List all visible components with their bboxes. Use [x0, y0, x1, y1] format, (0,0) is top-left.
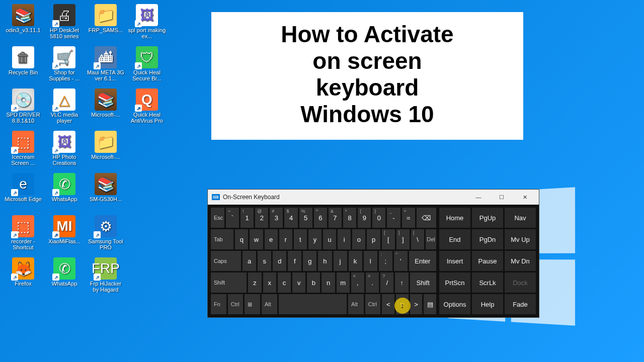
key-w[interactable]: w — [250, 229, 263, 249]
key-∨[interactable]: ∨ — [396, 294, 409, 314]
desktop-icon[interactable]: 📚odin3_v3.11.1 — [3, 2, 43, 43]
key-▤[interactable]: ▤ — [424, 294, 436, 314]
key-7[interactable]: &7 — [329, 208, 342, 228]
key-pause[interactable]: Pause — [472, 251, 503, 271]
key-;[interactable]: :; — [379, 251, 392, 271]
key-p[interactable]: p — [367, 229, 380, 249]
key-scrlk[interactable]: ScrLk — [472, 273, 503, 293]
key-ctrl[interactable]: Ctrl — [365, 294, 381, 314]
key-insert[interactable]: Insert — [439, 251, 470, 271]
key-n[interactable]: n — [321, 273, 335, 293]
desktop-icon[interactable]: QQuick Heal AntiVirus Pro — [127, 86, 167, 128]
key-4[interactable]: $4 — [284, 208, 297, 228]
desktop-icon[interactable]: 🦊Firefox — [3, 255, 43, 297]
key-5[interactable]: %5 — [299, 208, 312, 228]
key-home[interactable]: Home — [439, 208, 470, 228]
desktop-icon[interactable]: 📚Microsoft-... — [86, 86, 126, 128]
key-0[interactable]: )0 — [372, 208, 385, 228]
desktop-icon[interactable]: 📁FRP_SAMS... — [86, 2, 126, 43]
key-⊞[interactable]: ⊞ — [245, 294, 260, 314]
key-nav[interactable]: Nav — [505, 208, 536, 228]
key-mv-dn[interactable]: Mv Dn — [505, 251, 536, 271]
key-del[interactable]: Del — [426, 229, 436, 249]
key-v[interactable]: v — [292, 273, 305, 293]
desktop-icon[interactable]: 🖼spl port making ex... — [127, 2, 167, 43]
key-shift[interactable]: Shift — [211, 273, 247, 293]
key-end[interactable]: End — [439, 229, 470, 249]
key-6[interactable]: ^6 — [314, 208, 327, 228]
key-'[interactable]: "' — [394, 251, 408, 271]
minimize-button[interactable]: — — [468, 190, 489, 205]
key-esc[interactable]: Esc — [211, 208, 224, 228]
key-3[interactable]: #3 — [270, 208, 283, 228]
key-options[interactable]: Options — [439, 294, 470, 314]
key-l[interactable]: l — [364, 251, 377, 271]
key-o[interactable]: o — [352, 229, 365, 249]
key-x[interactable]: x — [263, 273, 276, 293]
key-fade[interactable]: Fade — [505, 294, 536, 314]
key->[interactable]: > — [410, 294, 423, 314]
key-=[interactable]: += — [402, 208, 415, 228]
desktop-icon[interactable]: 🏙Maui META 3G ver 6.1... — [86, 44, 126, 85]
desktop-icon[interactable]: eMicrosoft Edge — [3, 171, 43, 212]
key-9[interactable]: (9 — [358, 208, 371, 228]
key-z[interactable]: z — [248, 273, 261, 293]
desktop-icon[interactable]: 📚SM-G530H... — [86, 171, 126, 212]
key-a[interactable]: a — [243, 251, 256, 271]
key-k[interactable]: k — [349, 251, 362, 271]
key-\[interactable]: |\ — [411, 229, 424, 249]
desktop-icon[interactable]: 🛡Quick Heal Secure Br... — [127, 44, 167, 85]
key-r[interactable]: r — [279, 229, 292, 249]
key-fn[interactable]: Fn — [211, 294, 226, 314]
key-[[interactable]: {[ — [382, 229, 395, 249]
key-d[interactable]: d — [273, 251, 286, 271]
key-`[interactable]: ~` — [226, 208, 239, 228]
key-dock[interactable]: Dock — [505, 273, 536, 293]
key--[interactable]: _- — [387, 208, 400, 228]
desktop-icon[interactable]: △VLC media player — [44, 86, 85, 128]
key-t[interactable]: t — [294, 229, 307, 249]
key-help[interactable]: Help — [472, 294, 503, 314]
key-e[interactable]: e — [265, 229, 278, 249]
key-/[interactable]: ?/ — [380, 273, 393, 293]
desktop-icon[interactable]: ⬚recorder - Shortcut — [3, 213, 43, 254]
maximize-button[interactable]: ☐ — [492, 190, 512, 205]
key-shift[interactable]: Shift — [410, 273, 436, 293]
key-↑[interactable]: ↑ — [395, 273, 408, 293]
key-<[interactable]: < — [382, 294, 394, 314]
key-m[interactable]: m — [337, 273, 350, 293]
key-i[interactable]: i — [338, 229, 351, 249]
key-q[interactable]: q — [235, 229, 248, 249]
key-mv-up[interactable]: Mv Up — [505, 229, 536, 249]
key-,[interactable]: <, — [351, 273, 364, 293]
key-s[interactable]: s — [258, 251, 271, 271]
key-g[interactable]: g — [303, 251, 316, 271]
key-8[interactable]: *8 — [343, 208, 356, 228]
key-u[interactable]: u — [323, 229, 336, 249]
desktop-icon[interactable]: 🖼HP Photo Creations — [44, 129, 85, 170]
key-tab[interactable]: Tab — [211, 229, 233, 249]
desktop-icon[interactable]: MIXiaoMiFlas... — [44, 213, 85, 254]
key-][interactable]: }] — [396, 229, 410, 249]
key-2[interactable]: @2 — [255, 208, 268, 228]
close-button[interactable]: ✕ — [515, 190, 535, 205]
key-h[interactable]: h — [318, 251, 332, 271]
desktop-icon[interactable]: 💿SPD DRIVER 8.8.1&10 — [3, 86, 43, 128]
key-⌫[interactable]: ⌫ — [417, 208, 436, 228]
desktop-icon[interactable]: 🛒Shop for Supplies - ... — [44, 44, 85, 85]
desktop-icon[interactable]: ⚙Samsung Tool PRO — [86, 213, 126, 254]
osk-titlebar[interactable]: ⌨ On-Screen Keyboard — ☐ ✕ — [208, 190, 539, 205]
desktop-icon[interactable]: ⬚Icecream Screen ... — [3, 129, 43, 170]
key-c[interactable]: c — [278, 273, 291, 293]
key-enter[interactable]: Enter — [409, 251, 436, 271]
key-1[interactable]: !1 — [240, 208, 254, 228]
desktop-icon[interactable]: ✆WhatsApp — [44, 255, 85, 297]
desktop-icon[interactable]: 📁Microsoft-... — [86, 129, 126, 170]
key-y[interactable]: y — [308, 229, 321, 249]
desktop-icon[interactable]: 🖨HP DeskJet 5810 series — [44, 2, 85, 43]
key-alt[interactable]: Alt — [262, 294, 277, 314]
osk-window[interactable]: ⌨ On-Screen Keyboard — ☐ ✕ Esc~`!1@2#3$4… — [207, 189, 539, 318]
key-.[interactable]: >. — [366, 273, 379, 293]
key-b[interactable]: b — [307, 273, 320, 293]
key-alt[interactable]: Alt — [348, 294, 364, 314]
